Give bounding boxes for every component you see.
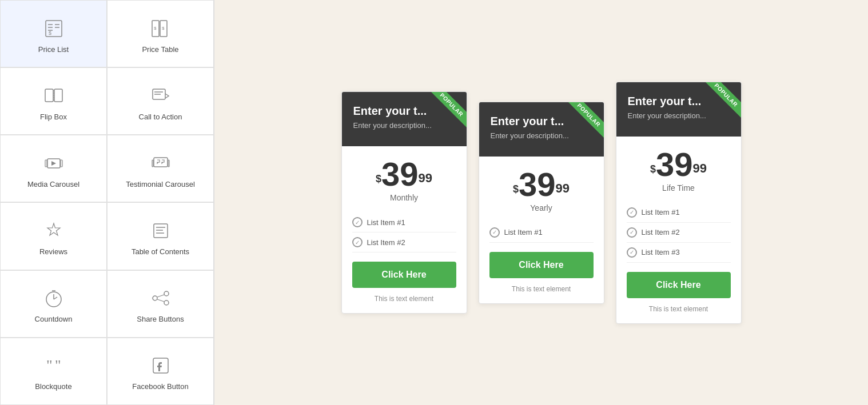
list-item: ✓ List Item #1	[627, 203, 731, 223]
price-main-monthly: 39	[381, 155, 419, 193]
svg-marker-24	[47, 223, 60, 235]
blockquote-icon: " "	[42, 354, 66, 378]
check-icon: ✓	[627, 207, 637, 218]
share-buttons-icon	[149, 286, 173, 310]
list-items-monthly: ✓ List Item #1 ✓ List Item #2	[352, 212, 456, 252]
list-items-lifetime: ✓ List Item #1 ✓ List Item #2 ✓ List Ite…	[627, 203, 731, 263]
list-item: ✓ List Item #2	[352, 232, 456, 252]
price-main-yearly: 39	[519, 166, 556, 203]
card-footer-text-yearly: This is text element	[489, 285, 594, 293]
sidebar-item-countdown-label: Countdown	[35, 315, 73, 323]
list-items-yearly: ✓ List Item #1	[489, 223, 594, 243]
card-desc-lifetime: Enter your description...	[628, 111, 730, 120]
list-item: ✓ List Item #2	[627, 223, 731, 243]
sidebar-item-share-buttons[interactable]: Share Buttons	[107, 270, 214, 338]
reviews-icon	[42, 219, 66, 243]
sidebar-item-call-to-action[interactable]: Call to Action	[107, 67, 214, 135]
price-cents-monthly: 99	[419, 171, 432, 185]
sidebar-item-table-of-contents[interactable]: Table of Contents	[107, 202, 214, 270]
sidebar-item-facebook-button-label: Facebook Button	[132, 382, 188, 391]
list-item-label: List Item #2	[642, 228, 680, 236]
check-icon: ✓	[352, 237, 363, 247]
svg-text:$: $	[162, 26, 165, 31]
card-header-monthly: Enter your t... Enter your description..…	[342, 92, 467, 146]
check-icon: ✓	[627, 227, 637, 238]
media-carousel-icon	[42, 151, 66, 175]
sidebar-item-price-list[interactable]: $ Price List	[0, 0, 107, 67]
list-item-label: List Item #1	[504, 228, 543, 236]
svg-rect-22	[152, 160, 153, 167]
svg-point-35	[164, 300, 169, 305]
svg-rect-19	[45, 160, 47, 167]
card-title-yearly: Enter your t...	[491, 115, 592, 128]
table-of-contents-icon	[149, 219, 173, 243]
flip-box-icon	[42, 84, 66, 108]
svg-rect-25	[154, 224, 168, 238]
list-item-label: List Item #3	[642, 248, 680, 256]
card-footer-text-monthly: This is text element	[352, 295, 456, 303]
svg-point-34	[153, 296, 157, 300]
sidebar-item-flip-box-label: Flip Box	[40, 113, 67, 121]
svg-line-31	[54, 297, 57, 299]
pricing-card-lifetime: Enter your t... Enter your description..…	[616, 82, 742, 324]
sidebar-item-blockquote-label: Blockquote	[35, 382, 71, 391]
price-currency-monthly: $	[376, 173, 381, 185]
sidebar-item-media-carousel[interactable]: Media Carousel	[0, 135, 107, 202]
pricing-card-monthly: Enter your t... Enter your description..…	[341, 91, 467, 314]
sidebar-item-blockquote[interactable]: " " Blockquote	[0, 338, 107, 405]
price-list-icon: $	[42, 17, 66, 41]
price-area-lifetime: $3999 Life Time	[627, 148, 731, 193]
card-header-yearly: Enter your t... Enter your description..…	[479, 102, 604, 157]
call-to-action-icon	[149, 84, 173, 108]
cta-button-yearly[interactable]: Click Here	[489, 252, 594, 278]
list-item: ✓ List Item #3	[627, 243, 731, 263]
cta-button-monthly[interactable]: Click Here	[352, 262, 456, 288]
list-item: ✓ List Item #1	[352, 212, 456, 232]
list-item-label: List Item #2	[367, 238, 405, 247]
price-main-lifetime: 39	[656, 146, 693, 183]
sidebar-item-price-table-label: Price Table	[142, 45, 178, 54]
svg-line-36	[157, 295, 164, 297]
sidebar-item-price-list-label: Price List	[38, 45, 69, 54]
price-currency-yearly: $	[513, 183, 519, 194]
card-desc-yearly: Enter your description...	[491, 131, 592, 140]
price-area-monthly: $3999 Monthly	[352, 158, 456, 202]
pricing-card-yearly: Enter your t... Enter your description..…	[479, 102, 604, 304]
check-icon: ✓	[627, 247, 637, 258]
sidebar: $ Price List $ $ Price Table Flip Box	[0, 0, 214, 405]
card-title-monthly: Enter your t...	[353, 105, 455, 118]
svg-text:$: $	[154, 26, 157, 31]
facebook-button-icon	[149, 354, 173, 378]
sidebar-item-share-buttons-label: Share Buttons	[137, 315, 184, 323]
sidebar-item-price-table[interactable]: $ $ Price Table	[107, 0, 214, 67]
price-period-monthly: Monthly	[352, 193, 456, 202]
check-icon: ✓	[352, 217, 363, 227]
card-body-lifetime: $3999 Life Time ✓ List Item #1 ✓ List It…	[616, 137, 741, 323]
svg-rect-23	[168, 160, 169, 167]
sidebar-item-reviews-label: Reviews	[39, 247, 67, 256]
list-item-label: List Item #1	[642, 208, 680, 216]
price-table-icon: $ $	[149, 17, 173, 41]
svg-text:$: $	[49, 30, 51, 36]
svg-line-37	[157, 299, 164, 302]
sidebar-item-facebook-button[interactable]: Facebook Button	[107, 338, 214, 405]
svg-marker-18	[51, 161, 56, 166]
svg-text:": "	[46, 357, 53, 374]
card-header-lifetime: Enter your t... Enter your description..…	[616, 82, 741, 137]
sidebar-item-table-of-contents-label: Table of Contents	[132, 247, 189, 256]
card-footer-text-lifetime: This is text element	[627, 305, 731, 313]
cta-button-lifetime[interactable]: Click Here	[627, 272, 731, 298]
sidebar-item-testimonial-carousel[interactable]: Testimonial Carousel	[107, 135, 214, 202]
price-period-yearly: Yearly	[489, 203, 594, 212]
countdown-icon	[42, 286, 66, 310]
sidebar-item-countdown[interactable]: Countdown	[0, 270, 107, 338]
sidebar-item-flip-box[interactable]: Flip Box	[0, 67, 107, 135]
svg-point-33	[164, 291, 169, 296]
sidebar-item-reviews[interactable]: Reviews	[0, 202, 107, 270]
check-icon: ✓	[489, 227, 500, 238]
card-title-lifetime: Enter your t...	[628, 95, 730, 108]
sidebar-collapse-handle[interactable]: ‹	[214, 191, 214, 214]
card-body-monthly: $3999 Monthly ✓ List Item #1 ✓ List Item…	[342, 146, 467, 313]
list-item-label: List Item #1	[367, 218, 405, 227]
price-currency-lifetime: $	[650, 163, 656, 174]
